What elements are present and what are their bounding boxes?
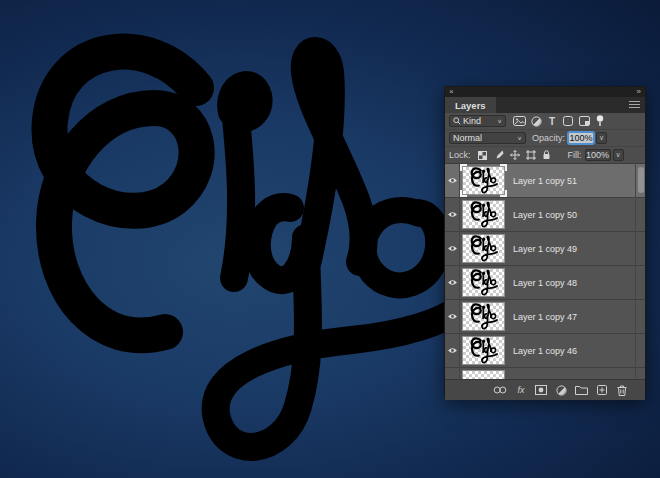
layer-thumbnail[interactable]	[462, 336, 505, 365]
filter-type-layers-icon[interactable]: T	[546, 114, 558, 128]
chevron-down-icon: ∨	[497, 118, 502, 124]
layer-row[interactable]: Layer 1 copy 47	[445, 300, 645, 334]
scrollbar-thumb[interactable]	[638, 167, 644, 193]
opacity-label: Opacity:	[532, 133, 565, 143]
layer-thumbnail-partial	[462, 370, 505, 379]
filter-smart-objects-icon[interactable]	[578, 114, 590, 128]
visibility-eye-icon[interactable]	[447, 177, 458, 184]
layer-thumbnail[interactable]	[462, 268, 505, 297]
panel-title-bar: × »	[445, 87, 645, 97]
layer-thumbnail[interactable]	[462, 234, 505, 263]
add-layer-mask-icon[interactable]	[535, 383, 547, 397]
tab-layers[interactable]: Layers	[445, 97, 496, 113]
layer-thumbnail[interactable]	[462, 302, 505, 331]
fill-dropdown-icon[interactable]: ∨	[613, 149, 624, 161]
layer-styles-fx-icon[interactable]: fx	[515, 383, 527, 397]
layer-name-label: Layer 1 copy 49	[513, 244, 577, 254]
link-layers-icon[interactable]	[493, 383, 507, 397]
filter-kind-select[interactable]: Kind ∨	[449, 115, 506, 127]
lock-all-padlock-icon[interactable]	[541, 148, 553, 162]
layer-row[interactable]: Layer 1 copy 46	[445, 334, 645, 368]
new-adjustment-layer-icon[interactable]	[555, 383, 567, 397]
layer-thumbnail[interactable]	[462, 200, 505, 229]
new-group-folder-icon[interactable]	[575, 383, 588, 397]
opacity-input[interactable]: 100%	[568, 132, 594, 144]
collapse-panel-icon[interactable]: »	[637, 87, 641, 97]
layer-row[interactable]: Layer 1 copy 51	[445, 164, 645, 198]
filter-pixel-layers-icon[interactable]	[513, 114, 526, 128]
layers-list: Layer 1 copy 51 Layer 1 copy 50	[445, 163, 645, 379]
tab-layers-label: Layers	[455, 100, 486, 111]
layers-panel: × » Layers Kind ∨ T	[444, 86, 646, 398]
lock-label: Lock:	[449, 150, 471, 160]
filter-adjustment-layers-icon[interactable]	[530, 114, 542, 128]
opacity-dropdown-icon[interactable]: ∨	[596, 132, 607, 144]
layer-row[interactable]: Layer 1 copy 48	[445, 266, 645, 300]
delete-layer-trash-icon[interactable]	[616, 383, 628, 397]
blend-row: Normal ∨ Opacity: 100% ∨	[445, 129, 645, 146]
filter-kind-value: Kind	[463, 116, 481, 126]
lock-position-move-icon[interactable]	[509, 148, 521, 162]
new-layer-icon[interactable]	[596, 383, 608, 397]
lock-transparency-icon[interactable]	[477, 148, 489, 162]
blend-mode-select[interactable]: Normal ∨	[449, 132, 526, 144]
layer-name-label: Layer 1 copy 46	[513, 346, 577, 356]
filter-shape-layers-icon[interactable]	[562, 114, 574, 128]
layer-thumbnail[interactable]	[462, 166, 505, 195]
layer-name-label: Layer 1 copy 50	[513, 210, 577, 220]
layer-name-label: Layer 1 copy 48	[513, 278, 577, 288]
panel-menu-icon[interactable]	[629, 101, 640, 109]
panel-tab-bar: Layers	[445, 97, 645, 113]
layer-row[interactable]: Layer 1 copy 50	[445, 198, 645, 232]
close-panel-icon[interactable]: ×	[449, 87, 454, 97]
visibility-eye-icon[interactable]	[447, 211, 458, 218]
visibility-eye-icon[interactable]	[447, 245, 458, 252]
layer-name-label: Layer 1 copy 51	[513, 176, 577, 186]
visibility-eye-icon[interactable]	[447, 313, 458, 320]
panel-controls: Kind ∨ T	[445, 113, 645, 163]
fill-label: Fill:	[568, 150, 582, 160]
layers-bottom-bar: fx	[445, 379, 645, 400]
filter-row: Kind ∨ T	[445, 113, 645, 129]
lock-artboard-icon[interactable]	[525, 148, 537, 162]
chevron-down-icon: ∨	[517, 135, 522, 141]
scrollbar-track[interactable]	[635, 164, 645, 379]
search-icon	[453, 114, 461, 128]
visibility-eye-icon[interactable]	[447, 347, 458, 354]
layer-name-label: Layer 1 copy 47	[513, 312, 577, 322]
layer-row-partial[interactable]	[445, 368, 645, 379]
lock-row: Lock: Fill: 100% ∨	[445, 146, 645, 163]
blend-mode-value: Normal	[453, 133, 482, 143]
lock-pixels-brush-icon[interactable]	[493, 148, 505, 162]
visibility-eye-icon[interactable]	[447, 279, 458, 286]
layer-row[interactable]: Layer 1 copy 49	[445, 232, 645, 266]
filter-toggle-pin-icon[interactable]	[594, 114, 606, 128]
fill-input[interactable]: 100%	[585, 149, 611, 161]
